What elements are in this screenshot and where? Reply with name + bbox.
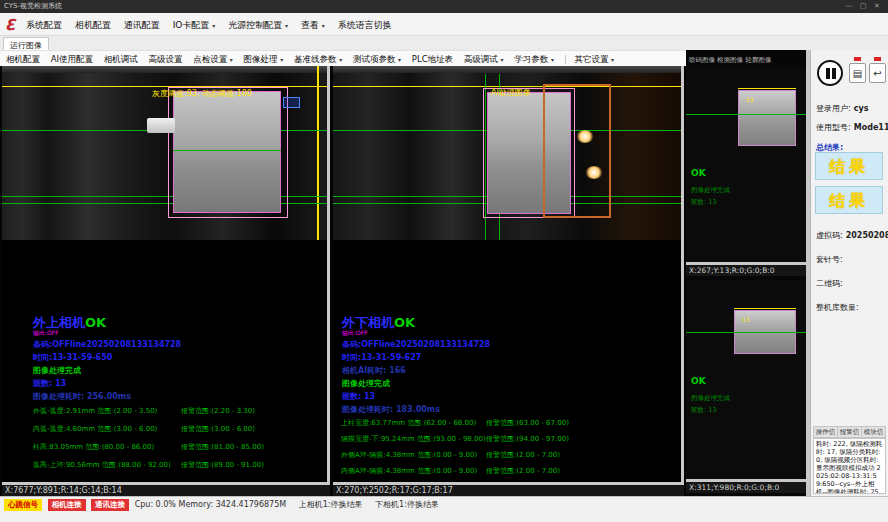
toolbar-separator xyxy=(565,55,566,64)
comm-connection-badge: 通讯连接 xyxy=(91,499,129,511)
measurement-row: 隔膜宽度-下:95.24mm 范围:(93.00 - 98.00) 报警范围:(… xyxy=(341,434,680,444)
heartbeat-status-badge: 心跳信号 xyxy=(4,499,42,511)
measurement-row: 内侧A环-隔膜:4.38mm 范围:(0.00 - 9.00) 报警范围:(2.… xyxy=(341,466,680,476)
barcode-line: 条码:OFFline20250208133134728 xyxy=(342,339,490,350)
monitor-button[interactable]: ▤ xyxy=(849,63,866,83)
lower-camera-status: 下相机1:停换结果 xyxy=(375,500,439,509)
alarm-range: 报警范围:(81.00 - 85.00) xyxy=(181,442,264,452)
alarm-range: 报警范围:(94.00 - 97.00) xyxy=(486,434,569,444)
menu-item-language-switch[interactable]: 系统语言切换 xyxy=(338,20,392,30)
menu-item-camera-config[interactable]: 相机配置 xyxy=(75,20,111,30)
tab-operation-info[interactable]: 操作信息 xyxy=(814,427,838,437)
return-button[interactable]: ↩ xyxy=(869,63,886,83)
alarm-range: 报警范围:(2.20 - 3.30) xyxy=(181,406,255,416)
toolbar-camera-debug[interactable]: 相机调试 xyxy=(104,54,138,64)
toolbar-spot-check[interactable]: 点检设置 ▾ xyxy=(193,54,233,64)
menu-item-light-config[interactable]: 光源控制配置 ▾ xyxy=(228,20,288,30)
dropdown-arrow-icon: ▾ xyxy=(230,56,233,63)
pause-button[interactable] xyxy=(817,60,843,86)
title-bar: CYS-视觉检测系统 —▢✕ xyxy=(0,0,888,13)
thumb-info-line: 图像处理完成 xyxy=(691,394,730,403)
menu-item-io-config[interactable]: IO卡配置 ▾ xyxy=(173,20,216,30)
tab-strip: 运行图像 xyxy=(0,36,888,50)
menu-item-system-config[interactable]: 系统配置 xyxy=(26,20,62,30)
toolbar: 相机配置 AI使用配置 相机调试 高级设置 点检设置 ▾ 图像处理 ▾ 基准线参… xyxy=(0,50,686,66)
ai-elapsed-line: 相机AI耗时: 166 xyxy=(342,365,406,376)
barcode-line: 条码:OFFline20250208133134728 xyxy=(33,339,181,350)
thumbnail-view-2[interactable]: 13 OK 图像处理完成 斑数: 13 X:311;Y:980;R:0;G:0;… xyxy=(686,280,806,493)
toolbar-image-processing[interactable]: 图像处理 ▾ xyxy=(244,54,284,64)
machine-rail xyxy=(2,66,327,73)
thumbnail-image: 13 OK 图像处理完成 斑数: 13 xyxy=(686,280,806,479)
overlay-green-line xyxy=(686,114,806,115)
measurement-row: 外侧A环-隔膜:4.38mm 范围:(0.00 - 9.00) 报警范围:(2.… xyxy=(341,450,680,460)
result-box-1: 结果 xyxy=(815,152,883,180)
monitor-icon: ▤ xyxy=(853,68,862,79)
vertical-scrollbar[interactable] xyxy=(327,66,330,482)
blob-count-line: 斑数: 13 xyxy=(342,391,375,402)
product-image xyxy=(173,91,281,213)
time-line: 时间:13-31-59-627 xyxy=(342,352,421,363)
output-line: 输出:OFF xyxy=(342,329,368,338)
status-ok: OK xyxy=(394,315,415,330)
pause-icon xyxy=(832,68,836,79)
menu-bar: Ɛ 系统配置 相机配置 通讯配置 IO卡配置 ▾ 光源控制配置 ▾ 查看 ▾ 系… xyxy=(0,13,888,36)
status-ok: OK xyxy=(85,315,106,330)
indicator-light xyxy=(874,57,881,61)
maximize-icon[interactable]: ▢ xyxy=(856,0,870,13)
blob-count-line: 斑数: 13 xyxy=(33,378,66,389)
toolbar-test-params[interactable]: 测试项参数 ▾ xyxy=(353,54,401,64)
toolbar-advanced-settings[interactable]: 高级设置 xyxy=(148,54,182,64)
dropdown-arrow-icon: ▾ xyxy=(280,56,283,63)
cpu-memory-status: Cpu: 0.0% Memory: 3424.41796875M xyxy=(135,500,287,509)
tab-module-info[interactable]: 模块信息 xyxy=(862,427,885,437)
toolbar-other-settings[interactable]: 其它设置 ▾ xyxy=(574,54,614,64)
tab-run-image[interactable]: 运行图像 xyxy=(3,37,49,50)
toolbar-camera-config[interactable]: 相机配置 xyxy=(6,54,40,64)
toolbar-plc-address[interactable]: PLC地址表 xyxy=(412,54,453,64)
camera-image-lower-outer[interactable]: AI处理图像 xyxy=(333,66,681,240)
dropdown-arrow-icon: ▾ xyxy=(322,22,325,29)
status-bar: 心跳信号 相机连接 通讯连接 Cpu: 0.0% Memory: 3424.41… xyxy=(0,496,888,522)
process-done-line: 图像处理完成 xyxy=(342,378,390,389)
thumbnail-view-1[interactable]: 13 OK 图像处理完成 斑数: 13 X:267;Y:13;R:0;G:0;B… xyxy=(686,68,806,276)
minimize-icon[interactable]: — xyxy=(842,0,856,13)
thumb-status: OK xyxy=(691,376,706,386)
toolbar-ai-config[interactable]: AI使用配置 xyxy=(51,54,93,64)
indicator-light xyxy=(854,57,861,61)
menu-item-view[interactable]: 查看 ▾ xyxy=(301,20,325,30)
measurement-row: 柱高:83.05mm 范围:(80.00 - 86.00) 报警范围:(81.0… xyxy=(33,442,326,452)
time-line: 时间:13-31-59-650 xyxy=(33,352,112,363)
virtual-code-field: 虚拟码:20250208 xyxy=(816,230,888,241)
toolbar-learn-params[interactable]: 学习参数 ▾ xyxy=(514,54,554,64)
dropdown-arrow-icon: ▾ xyxy=(285,22,288,29)
login-user-value: cys xyxy=(854,104,869,113)
alarm-range: 报警范围:(63.00 - 67.00) xyxy=(486,418,569,428)
right-sidebar: ▤ ↩ 登录用户:cys 使用型号:Mode11 总结果: 结果 结果 虚拟码:… xyxy=(810,50,888,496)
highlight-spot xyxy=(576,130,594,143)
pixel-coordinates-caption: X:311;Y:980;R:0;G:0;B:0 xyxy=(686,479,806,493)
menu-item-comm-config[interactable]: 通讯配置 xyxy=(124,20,160,30)
close-icon[interactable]: ✕ xyxy=(870,0,884,13)
tab-alarm-info[interactable]: 报警信息 xyxy=(838,427,862,437)
alarm-range: 报警范围:(89.00 - 91.00) xyxy=(181,460,264,470)
pixel-coordinates-caption: X:270;Y:2502;R:17;G:17;B:17 xyxy=(333,482,684,496)
ai-overlay-label: AI处理图像 xyxy=(491,87,531,98)
toolbar-advanced-debug[interactable]: 高级调试 ▾ xyxy=(464,54,504,64)
machine-rail xyxy=(333,66,681,73)
needle-number-field: 套针号: xyxy=(816,254,843,265)
overlay-blue-tag xyxy=(283,97,300,108)
overlay-yellow-line xyxy=(738,88,796,89)
toolbar-baseline-params[interactable]: 基准线参数 ▾ xyxy=(294,54,342,64)
camera-connection-badge: 相机连接 xyxy=(48,499,86,511)
measurement-row: 外弧-弧度:2.91mm 范围:(2.00 - 3.50) 报警范围:(2.20… xyxy=(33,406,326,416)
vertical-scrollbar[interactable] xyxy=(681,66,684,482)
alarm-range: 报警范围:(3.00 - 6.00) xyxy=(181,424,255,434)
overlay-green-line xyxy=(686,332,806,333)
camera-image-upper-outer[interactable]: 灰度阈值:93, 动态阈值:100 xyxy=(2,66,327,240)
login-user-field: 登录用户:cys xyxy=(816,103,868,114)
measurement-row: 弧高-上环:90.56mm 范围:(88.00 - 92.00) 报警范围:(8… xyxy=(33,460,326,470)
window-controls: —▢✕ xyxy=(842,0,884,13)
dropdown-arrow-icon: ▾ xyxy=(551,56,554,63)
return-arrow-icon: ↩ xyxy=(873,68,881,79)
